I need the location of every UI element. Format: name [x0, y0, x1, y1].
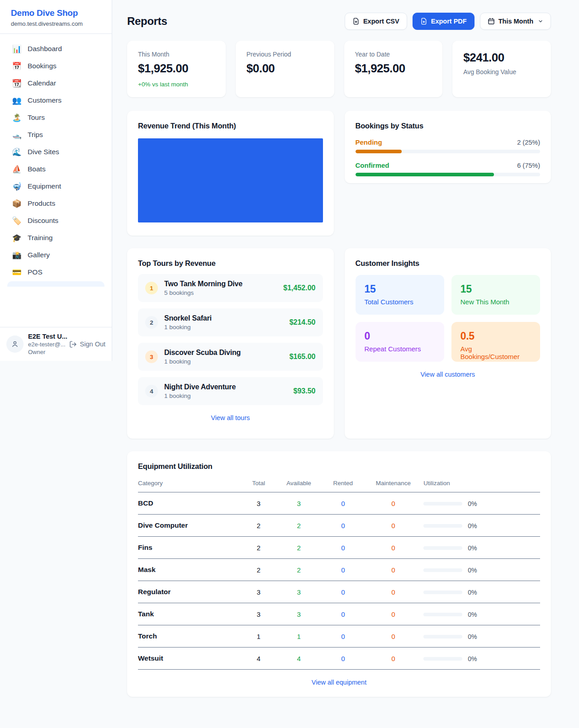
- revenue-trend-card: Revenue Trend (This Month): [127, 111, 334, 236]
- stat-value: $1,925.00: [355, 61, 432, 76]
- sign-out-button[interactable]: Sign Out: [69, 340, 105, 348]
- progress-track: [356, 173, 541, 176]
- person-icon: [11, 340, 19, 348]
- reports-page: Demo Dive Shop demo.test.divestreams.com…: [0, 0, 579, 728]
- view-all-customers-link[interactable]: View all customers: [356, 371, 541, 378]
- cell-total: 3: [242, 581, 275, 603]
- cell-available: 2: [275, 515, 323, 537]
- tile-total-customers: 15 Total Customers: [356, 275, 444, 315]
- export-pdf-label: Export PDF: [431, 18, 467, 25]
- cell-utilization: 0%: [423, 492, 540, 515]
- bookings-by-status-title: Bookings by Status: [356, 122, 541, 130]
- tour-bookings: 1 booking: [164, 358, 241, 365]
- header-actions: Export CSV Export PDF This Month: [345, 13, 551, 30]
- cell-category: Tank: [138, 603, 242, 625]
- utilization-pct: 0%: [468, 522, 477, 529]
- logout-icon: [69, 340, 77, 348]
- sidebar-item-pos[interactable]: 💳 POS: [6, 264, 105, 281]
- stat-label: Previous Period: [247, 51, 323, 58]
- cell-available: 4: [275, 648, 323, 670]
- utilization-track: [423, 657, 462, 661]
- sidebar-item-bookings[interactable]: 📅 Bookings: [6, 57, 105, 75]
- top-tours-card: Top Tours by Revenue 1 Two Tank Morning …: [127, 248, 334, 439]
- cell-category: Mask: [138, 559, 242, 581]
- brand-block[interactable]: Demo Dive Shop demo.test.divestreams.com: [0, 0, 112, 34]
- table-row: Wetsuit 4 4 0 0 0%: [138, 648, 540, 670]
- period-dropdown[interactable]: This Month: [480, 13, 551, 30]
- sidebar-item-reports-partial[interactable]: [7, 281, 104, 287]
- tile-value: 0.5: [460, 330, 531, 342]
- sidebar-item-dashboard[interactable]: 📊 Dashboard: [6, 40, 105, 57]
- view-all-equipment-link[interactable]: View all equipment: [138, 679, 540, 686]
- view-all-tours-link[interactable]: View all tours: [138, 414, 323, 421]
- brand-domain: demo.test.divestreams.com: [11, 20, 101, 27]
- tour-bookings: 1 booking: [164, 392, 236, 399]
- utilization-pct: 0%: [468, 500, 477, 507]
- tile-avg-bookings: 0.5 Avg Bookings/Customer: [451, 322, 540, 362]
- avatar: [6, 336, 24, 353]
- customer-insights-title: Customer Insights: [356, 259, 541, 268]
- stat-card-previous-period: Previous Period $0.00: [236, 41, 334, 97]
- cell-utilization: 0%: [423, 625, 540, 648]
- col-category: Category: [138, 475, 242, 492]
- sidebar-item-discounts[interactable]: 🏷️ Discounts: [6, 212, 105, 229]
- sidebar-item-trips[interactable]: 🛥️ Trips: [6, 126, 105, 143]
- utilization-track: [423, 502, 462, 506]
- cell-maintenance: 0: [363, 515, 423, 537]
- utilization-track: [423, 635, 462, 638]
- utilization-pct: 0%: [468, 633, 477, 640]
- equipment-utilization-title: Equipment Utilization: [138, 462, 540, 471]
- utilization-track: [423, 546, 462, 550]
- utilization-track: [423, 591, 462, 594]
- rank-badge: 3: [145, 350, 158, 363]
- sidebar-item-gallery[interactable]: 📸 Gallery: [6, 246, 105, 264]
- progress-track: [356, 150, 541, 153]
- tile-label: New This Month: [460, 298, 531, 306]
- cell-rented: 0: [323, 648, 363, 670]
- col-maintenance: Maintenance: [363, 475, 423, 492]
- col-utilization: Utilization: [423, 475, 540, 492]
- sidebar-item-label: Bookings: [28, 62, 57, 70]
- sidebar-item-label: Tours: [28, 113, 45, 122]
- tour-revenue: $1,452.00: [283, 284, 315, 292]
- sidebar-item-tours[interactable]: 🏝️ Tours: [6, 109, 105, 126]
- rank-badge: 1: [145, 282, 158, 294]
- cell-utilization: 0%: [423, 559, 540, 581]
- sidebar-item-label: Dive Sites: [28, 148, 59, 156]
- cell-maintenance: 0: [363, 492, 423, 515]
- tour-name: Two Tank Morning Dive: [164, 280, 242, 288]
- tour-list-item: 4 Night Dive Adventure 1 booking $93.50: [138, 377, 323, 405]
- export-csv-button[interactable]: Export CSV: [345, 13, 407, 30]
- sidebar-item-products[interactable]: 📦 Products: [6, 195, 105, 212]
- cell-rented: 0: [323, 581, 363, 603]
- sidebar-item-equipment[interactable]: 🤿 Equipment: [6, 178, 105, 195]
- calendar-date-icon: 📅: [12, 62, 22, 70]
- sidebar-item-training[interactable]: 🎓 Training: [6, 229, 105, 246]
- table-row: BCD 3 3 0 0 0%: [138, 492, 540, 515]
- tile-value: 15: [460, 283, 531, 295]
- user-meta: E2E Test U... e2e-tester@... Owner: [28, 333, 65, 355]
- sailboat-icon: ⛵: [12, 165, 22, 173]
- people-icon: 👥: [12, 97, 22, 104]
- status-count: 2 (25%): [517, 139, 540, 146]
- cell-available: 2: [275, 537, 323, 559]
- cell-utilization: 0%: [423, 537, 540, 559]
- sidebar-item-boats[interactable]: ⛵ Boats: [6, 161, 105, 178]
- page-header: Reports Export CSV Export PDF: [127, 13, 551, 30]
- cell-available: 2: [275, 559, 323, 581]
- file-download-icon: [420, 18, 427, 25]
- utilization-pct: 0%: [468, 567, 477, 574]
- cell-total: 3: [242, 492, 275, 515]
- sidebar-item-calendar[interactable]: 📆 Calendar: [6, 75, 105, 92]
- status-row-pending: Pending 2 (25%): [356, 138, 541, 153]
- cell-available: 3: [275, 581, 323, 603]
- cell-utilization: 0%: [423, 581, 540, 603]
- cell-maintenance: 0: [363, 537, 423, 559]
- cell-utilization: 0%: [423, 603, 540, 625]
- export-pdf-button[interactable]: Export PDF: [413, 13, 475, 30]
- sidebar-item-dive-sites[interactable]: 🌊 Dive Sites: [6, 143, 105, 161]
- sidebar-item-customers[interactable]: 👥 Customers: [6, 92, 105, 109]
- table-row: Dive Computer 2 2 0 0 0%: [138, 515, 540, 537]
- table-row: Regulator 3 3 0 0 0%: [138, 581, 540, 603]
- wave-icon: 🌊: [12, 148, 22, 156]
